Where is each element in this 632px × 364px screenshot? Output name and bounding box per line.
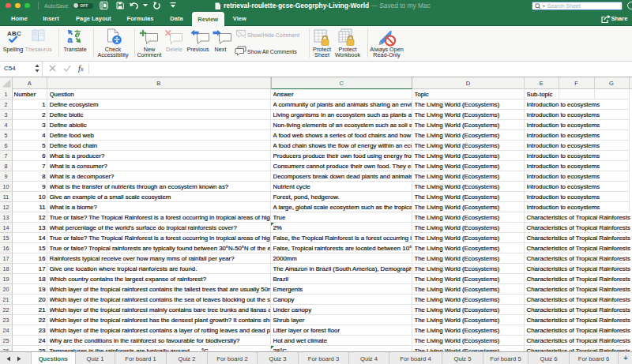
- svg-text:a: a: [68, 35, 73, 44]
